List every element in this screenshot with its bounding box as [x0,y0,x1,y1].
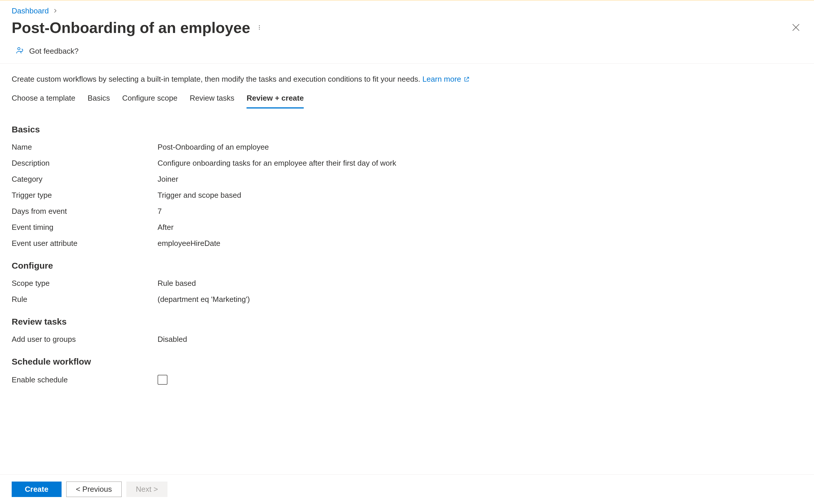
label-trigger-type: Trigger type [12,191,158,200]
intro-description: Create custom workflows by selecting a b… [12,75,420,83]
value-scope-type: Rule based [158,279,196,288]
enable-schedule-checkbox[interactable] [158,375,167,385]
label-event-user-attr: Event user attribute [12,239,158,248]
label-category: Category [12,175,158,184]
page-title-text: Post-Onboarding of an employee [12,19,250,36]
value-event-user-attr: employeeHireDate [158,239,220,248]
external-link-icon [464,76,469,82]
page-title: Post-Onboarding of an employee ⋯ [12,19,263,36]
tab-basics[interactable]: Basics [88,94,110,109]
row-name: Name Post-Onboarding of an employee [12,139,802,155]
section-heading-basics: Basics [12,125,802,134]
value-description: Configure onboarding tasks for an employ… [158,159,396,168]
next-button: Next > [126,482,168,497]
tab-review-tasks[interactable]: Review tasks [190,94,234,109]
section-heading-review-tasks: Review tasks [12,317,802,327]
feedback-label: Got feedback? [29,47,78,56]
learn-more-link[interactable]: Learn more [422,75,469,84]
more-actions-icon[interactable]: ⋯ [256,25,263,31]
label-description: Description [12,159,158,168]
value-event-timing: After [158,223,174,232]
row-enable-schedule: Enable schedule [12,371,802,388]
row-scope-type: Scope type Rule based [12,275,802,291]
section-heading-schedule: Schedule workflow [12,357,802,367]
value-category: Joiner [158,175,178,184]
label-enable-schedule: Enable schedule [12,375,158,384]
feedback-bar[interactable]: Got feedback? [0,42,814,64]
feedback-icon [16,46,25,56]
tab-review-create[interactable]: Review + create [247,94,304,109]
breadcrumb: Dashboard [0,1,814,19]
tab-configure-scope[interactable]: Configure scope [122,94,177,109]
previous-button[interactable]: < Previous [66,482,122,497]
breadcrumb-link-dashboard[interactable]: Dashboard [12,6,49,15]
row-event-timing: Event timing After [12,219,802,235]
section-heading-configure: Configure [12,261,802,271]
svg-point-0 [18,48,20,50]
tab-choose-template[interactable]: Choose a template [12,94,75,109]
label-name: Name [12,143,158,152]
label-add-user-to-groups: Add user to groups [12,335,158,344]
label-days-from-event: Days from event [12,207,158,216]
value-name: Post-Onboarding of an employee [158,143,269,152]
chevron-right-icon [53,7,58,15]
row-add-user-to-groups: Add user to groups Disabled [12,331,802,347]
row-trigger-type: Trigger type Trigger and scope based [12,187,802,203]
value-rule: (department eq 'Marketing') [158,295,250,304]
footer: Create < Previous Next > [0,474,814,504]
row-description: Description Configure onboarding tasks f… [12,155,802,171]
label-scope-type: Scope type [12,279,158,288]
row-rule: Rule (department eq 'Marketing') [12,291,802,307]
learn-more-label: Learn more [422,75,461,84]
value-days-from-event: 7 [158,207,162,216]
row-days-from-event: Days from event 7 [12,203,802,219]
row-event-user-attr: Event user attribute employeeHireDate [12,235,802,251]
value-trigger-type: Trigger and scope based [158,191,241,200]
create-button[interactable]: Create [12,482,62,497]
tab-bar: Choose a template Basics Configure scope… [12,94,802,109]
close-button[interactable] [789,21,802,35]
row-category: Category Joiner [12,171,802,187]
label-rule: Rule [12,295,158,304]
intro-text: Create custom workflows by selecting a b… [12,75,802,84]
label-event-timing: Event timing [12,223,158,232]
value-add-user-to-groups: Disabled [158,335,187,344]
